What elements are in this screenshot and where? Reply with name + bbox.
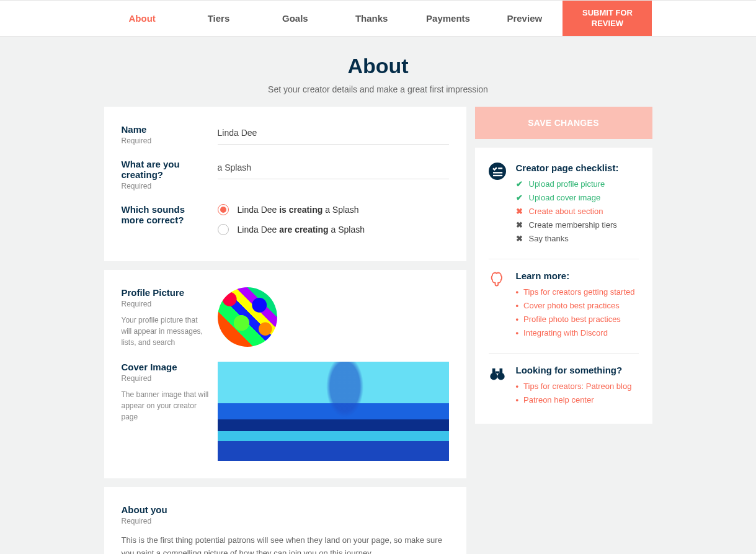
- tab-goals[interactable]: Goals: [257, 1, 333, 36]
- learn-more-link[interactable]: Cover photo best practices: [516, 301, 639, 310]
- save-changes-button[interactable]: SAVE CHANGES: [475, 107, 652, 139]
- svg-point-5: [497, 373, 505, 380]
- name-required: Required: [122, 136, 209, 145]
- about-you-description: This is the first thing potential patron…: [122, 534, 449, 554]
- x-icon: ✖: [516, 234, 524, 243]
- svg-rect-8: [495, 372, 499, 374]
- basics-card: Name Required What are you creating? Req…: [104, 107, 466, 261]
- cover-image-required: Required: [122, 374, 209, 383]
- name-input[interactable]: [218, 124, 449, 145]
- top-tab-bar: About Tiers Goals Thanks Payments Previe…: [0, 0, 756, 37]
- name-label: Name: [122, 124, 209, 135]
- about-you-label: About you: [122, 504, 449, 515]
- profile-pic-help: Your profile picture that will appear in…: [122, 315, 209, 348]
- check-icon: ✔: [516, 193, 524, 202]
- looking-for-title: Looking for something?: [516, 365, 639, 375]
- learn-more-link[interactable]: Tips for creators getting started: [516, 287, 639, 297]
- checklist-section: Creator page checklist: ✔Upload profile …: [489, 163, 639, 259]
- learn-more-title: Learn more:: [516, 270, 639, 281]
- page-header: About Set your creator details and make …: [0, 37, 756, 107]
- cover-image-preview[interactable]: [218, 362, 449, 461]
- learn-more-section: Learn more: Tips for creators getting st…: [489, 270, 639, 354]
- radio-selected-icon: [218, 204, 229, 215]
- check-icon: ✔: [516, 179, 524, 189]
- images-card: Profile Picture Required Your profile pi…: [104, 270, 466, 478]
- tab-payments[interactable]: Payments: [410, 1, 486, 36]
- tab-tiers[interactable]: Tiers: [180, 1, 257, 36]
- about-you-required: Required: [122, 517, 449, 525]
- brain-icon: [489, 270, 507, 342]
- radio-unselected-icon: [218, 224, 229, 235]
- svg-point-4: [490, 373, 497, 380]
- creating-label: What are you creating?: [122, 159, 209, 180]
- creating-required: Required: [122, 182, 209, 190]
- checklist-icon: [489, 163, 507, 248]
- tab-about[interactable]: About: [104, 1, 180, 36]
- tab-thanks[interactable]: Thanks: [333, 1, 409, 36]
- checklist-item: ✖Create membership tiers: [516, 220, 639, 230]
- learn-more-link[interactable]: Profile photo best practices: [516, 315, 639, 324]
- submit-for-review-button[interactable]: SUBMIT FOR REVIEW: [563, 1, 652, 36]
- looking-for-link[interactable]: Patreon help center: [516, 395, 639, 404]
- checklist-item[interactable]: ✖Create about section: [516, 207, 639, 216]
- checklist-item: ✖Say thanks: [516, 234, 639, 243]
- looking-for-link[interactable]: Tips for creators: Patreon blog: [516, 382, 639, 391]
- cover-image-help: The banner image that will appear on you…: [122, 389, 209, 422]
- svg-rect-7: [499, 369, 502, 373]
- binoculars-icon: [489, 365, 507, 409]
- sounds-label: Which sounds more correct?: [122, 204, 209, 225]
- learn-more-link[interactable]: Integrating with Discord: [516, 328, 639, 337]
- creating-input[interactable]: [218, 159, 449, 179]
- tab-preview[interactable]: Preview: [486, 1, 563, 36]
- x-icon: ✖: [516, 220, 524, 230]
- sidebar-card: Creator page checklist: ✔Upload profile …: [475, 148, 652, 424]
- cover-image-label: Cover Image: [122, 362, 209, 372]
- looking-for-section: Looking for something? Tips for creators…: [489, 365, 639, 409]
- sounds-option-is[interactable]: Linda Dee is creating a Splash: [218, 204, 449, 215]
- profile-pic-required: Required: [122, 300, 209, 308]
- about-you-card: About you Required This is the first thi…: [104, 487, 466, 554]
- checklist-title: Creator page checklist:: [516, 163, 639, 173]
- svg-point-0: [489, 163, 506, 180]
- checklist-item: ✔Upload cover image: [516, 193, 639, 202]
- sounds-option-are[interactable]: Linda Dee are creating a Splash: [218, 224, 449, 235]
- svg-rect-6: [492, 369, 495, 373]
- profile-pic-label: Profile Picture: [122, 287, 209, 298]
- page-subtitle: Set your creator details and make a grea…: [0, 84, 756, 94]
- profile-picture-preview[interactable]: [218, 287, 277, 347]
- page-title: About: [0, 54, 756, 78]
- checklist-item: ✔Upload profile picture: [516, 179, 639, 189]
- x-icon: ✖: [516, 207, 524, 216]
